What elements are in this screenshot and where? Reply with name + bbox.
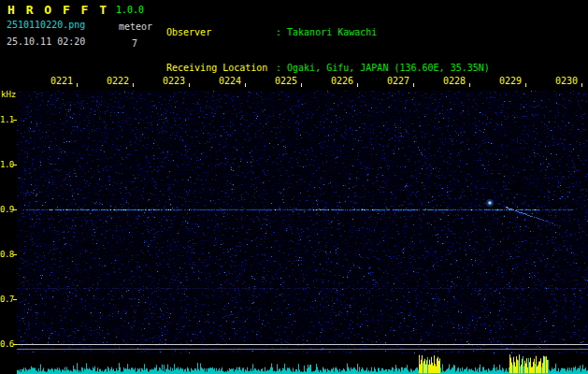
x-tick-mark [245,83,246,87]
x-tick-label: 0224 [218,76,242,86]
hrofft-output: H R O F F T 1.0.0 2510110220.png meteor … [0,0,588,374]
x-tick-label: 0229 [498,76,523,86]
info-row-observer: Observer : Takanori Kawachi [166,27,490,39]
x-tick-label: 0228 [442,76,466,86]
y-tick-label: 1.1 [0,115,13,124]
app-title: H R O F F T [7,3,108,17]
x-tick-label: 0226 [330,76,354,86]
x-tick-mark [525,83,526,87]
spectrogram-canvas [17,91,588,353]
output-filename: 2510110220.png [7,20,85,30]
x-tick-label: 0227 [386,76,410,86]
observation-timestamp: 25.10.11 02:20 [7,36,85,47]
y-tick-label: 1.0 [0,160,13,169]
x-tick-mark [189,83,190,87]
info-label: Receiving Location [166,63,276,75]
x-tick-mark [301,83,302,87]
x-tick-mark [133,83,134,87]
info-value: : Ogaki, Gifu, JAPAN (136.60E, 35.35N) [276,63,490,75]
y-axis-unit: kHz [1,90,16,99]
x-tick-label: 0230 [554,76,579,86]
x-tick-mark [357,83,358,87]
x-tick-mark [581,83,582,87]
x-tick-mark [413,83,414,87]
x-tick-label: 0221 [50,76,74,86]
info-row-location: Receiving Location : Ogaki, Gifu, JAPAN … [166,63,490,75]
meteor-count: 7 [132,38,137,49]
signal-level-strip-canvas [17,353,588,374]
y-tick-label: 0.7 [0,295,13,304]
y-tick-label: 0.9 [0,205,13,214]
info-value: : Takanori Kawachi [276,27,377,39]
x-tick-mark [77,83,78,87]
y-tick-label: 0.6 [0,339,13,349]
x-tick-label: 0223 [162,76,186,86]
x-tick-mark [469,83,470,87]
x-tick-label: 0222 [106,76,130,86]
x-tick-label: 0225 [274,76,298,86]
info-label: Observer [166,27,276,39]
mode-label: meteor [119,22,152,32]
app-version: 1.0.0 [116,5,144,15]
y-tick-label: 0.8 [0,250,13,259]
